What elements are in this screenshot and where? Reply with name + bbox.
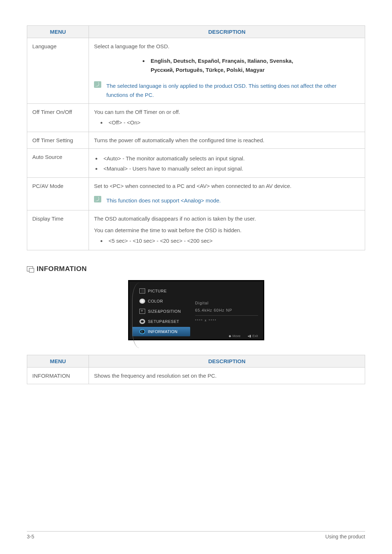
page-footer: 3-5 Using the product (27, 531, 365, 539)
exit-icon: ◂▮ (248, 334, 251, 338)
table-row: Off Timer On/Off You can turn the Off Ti… (27, 103, 365, 132)
menu-item-language: Language (27, 38, 89, 104)
menu-item-auto-source: Auto Source (27, 149, 89, 178)
language-intro: Select a language for the OSD. (94, 42, 360, 51)
menu-item-information: INFORMATION (27, 367, 89, 384)
col-header-description: DESCRIPTION (89, 355, 365, 367)
page-number: 3-5 (27, 534, 34, 539)
note-icon (94, 81, 101, 88)
color-icon (139, 299, 145, 304)
table-row: Auto Source <Auto> - The monitor automat… (27, 149, 365, 178)
menu-item-off-timer-setting: Off Timer Setting (27, 132, 89, 149)
table-row: PC/AV Mode Set to <PC> when connected to… (27, 178, 365, 210)
osd-info-panel: Digital 65.4kHz 60Hz NP **** x **** (190, 286, 258, 337)
information-table: MENU DESCRIPTION INFORMATION Shows the f… (27, 355, 365, 385)
table-row: Off Timer Setting Turns the power off au… (27, 132, 365, 149)
osd-footer: ◆Move ◂▮Exit (229, 334, 258, 338)
gear-icon (139, 319, 145, 324)
table-row: INFORMATION Shows the frequency and reso… (27, 367, 365, 384)
language-list: English, Deutsch, Español, Français, Ita… (140, 56, 314, 75)
info-icon (139, 329, 145, 334)
language-note: The selected language is only applied to… (106, 81, 360, 100)
picture-icon (139, 288, 145, 294)
size-position-icon (139, 309, 145, 314)
table-row: Language Select a language for the OSD. … (27, 38, 365, 104)
col-header-description: DESCRIPTION (89, 26, 365, 38)
move-icon: ◆ (229, 334, 231, 338)
section-title: INFORMATION (37, 265, 87, 273)
section-icon (27, 266, 33, 271)
section-header-information: INFORMATION (27, 265, 365, 273)
menu-item-off-timer-onoff: Off Timer On/Off (27, 103, 89, 132)
pcav-note: This function does not support <Analog> … (106, 196, 360, 205)
col-header-menu: MENU (27, 26, 89, 38)
chapter-title: Using the product (325, 534, 365, 539)
osd-screenshot: PICTURE COLOR SIZE&POSITION SETUP&RESET … (128, 280, 264, 340)
settings-table-1: MENU DESCRIPTION Language Select a langu… (27, 25, 365, 250)
col-header-menu: MENU (27, 355, 89, 367)
menu-item-display-time: Display Time (27, 210, 89, 250)
note-icon (94, 196, 101, 202)
table-row: Display Time The OSD automatically disap… (27, 210, 365, 250)
menu-item-pcav-mode: PC/AV Mode (27, 178, 89, 210)
